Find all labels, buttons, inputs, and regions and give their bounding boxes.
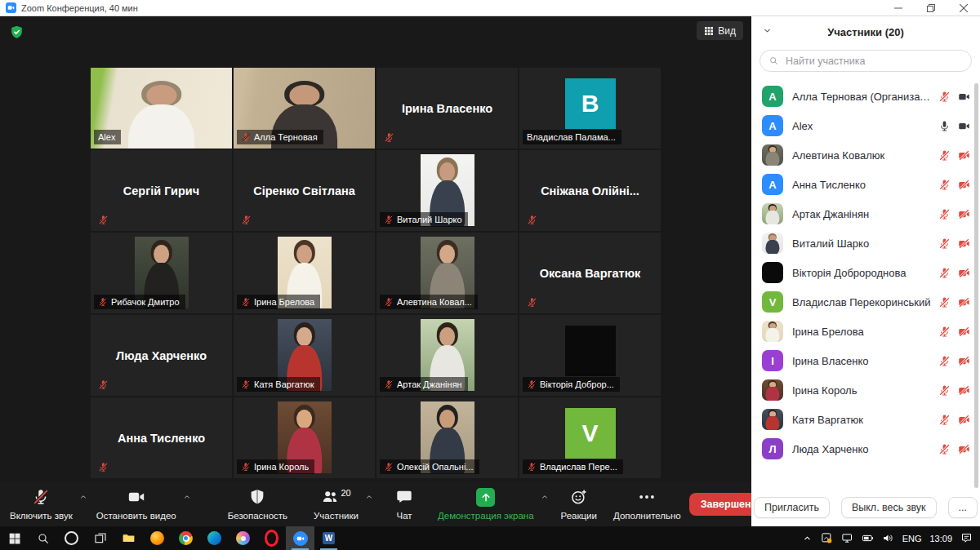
participant-row[interactable]: ЛЛюда Харченко <box>751 434 973 463</box>
taskbar-word-icon[interactable]: W <box>314 526 343 550</box>
action-center-icon[interactable] <box>960 532 973 544</box>
camera-on-icon[interactable] <box>958 91 970 103</box>
mic-muted-icon[interactable] <box>938 91 951 103</box>
language-indicator[interactable]: ENG <box>902 534 922 543</box>
toolbar-unmute-button[interactable]: Включить звук <box>2 481 81 526</box>
video-tile[interactable]: Анна Тисленко <box>91 397 232 478</box>
camera-off-icon[interactable] <box>958 414 970 426</box>
invite-button[interactable]: Пригласить <box>754 497 830 518</box>
taskbar-edge-icon[interactable] <box>200 526 229 550</box>
video-tile[interactable]: Алла Терновая <box>234 68 375 149</box>
taskbar-search-icon[interactable] <box>29 526 57 550</box>
video-tile[interactable]: Артак Джанінян <box>376 315 518 396</box>
mic-muted-icon[interactable] <box>938 443 951 455</box>
participant-row[interactable]: Вікторія Добророднова <box>751 258 973 287</box>
volume-icon[interactable] <box>882 532 894 544</box>
close-button[interactable] <box>947 0 980 16</box>
video-tile[interactable]: Сергій Гирич <box>91 150 232 231</box>
video-tile[interactable]: Оксана Варгатюк <box>519 233 661 313</box>
toolbar-security-button[interactable]: Безопасность <box>220 481 296 526</box>
search-participant-input[interactable] <box>784 55 963 68</box>
video-tile[interactable]: Ірина Король <box>234 397 375 478</box>
video-tile[interactable]: Вікторія Доброр... <box>519 315 661 396</box>
participant-row[interactable]: Артак Джанінян <box>751 199 973 228</box>
mic-muted-icon[interactable] <box>938 326 951 338</box>
hidden-icons-chevron-icon[interactable] <box>802 533 813 543</box>
camera-off-icon[interactable] <box>958 384 970 397</box>
toolbar-chat-button[interactable]: Чат <box>387 481 421 526</box>
video-tile[interactable]: Катя Варгатюк <box>234 315 375 396</box>
participant-row[interactable]: Ірина Король <box>751 375 973 405</box>
network-icon[interactable] <box>841 532 853 544</box>
taskbar-cortana-icon[interactable] <box>57 526 86 550</box>
participant-row[interactable]: AАнна Тисленко <box>751 170 973 199</box>
toolbar-stop-video-button[interactable]: Остановить видео <box>88 481 185 526</box>
taskbar-zoom-icon[interactable] <box>286 526 314 550</box>
view-button[interactable]: Вид <box>697 21 743 40</box>
video-tile[interactable]: Ірина Власенко <box>376 68 518 149</box>
video-tile[interactable]: ВВладислав Палама... <box>519 68 661 149</box>
tray-app-icon[interactable] <box>821 532 833 544</box>
video-tile[interactable]: Виталий Шарко <box>376 150 518 231</box>
video-tile[interactable]: Алевтина Ковал... <box>376 233 518 313</box>
camera-off-icon[interactable] <box>958 326 970 338</box>
video-tile[interactable]: Сіренко Світлана <box>234 150 375 231</box>
video-tile[interactable]: Рибачок Дмитро <box>91 233 232 313</box>
panel-more-button[interactable]: ... <box>948 497 978 518</box>
panel-collapse-chevron-down-icon[interactable] <box>762 25 773 36</box>
participant-row[interactable]: Виталий Шарко <box>751 228 973 258</box>
toolbar-share-screen-button[interactable]: Демонстрация экрана <box>430 481 542 526</box>
participant-row[interactable]: Ірина Брелова <box>751 317 973 346</box>
video-tile[interactable]: VВладислав Пере... <box>519 397 661 478</box>
meeting-security-shield-icon[interactable] <box>7 23 25 41</box>
minimize-button[interactable] <box>882 0 915 16</box>
camera-off-icon[interactable] <box>958 179 970 191</box>
camera-on-icon[interactable] <box>958 120 970 132</box>
participant-row[interactable]: Алевтина Ковалюк <box>751 140 973 170</box>
toolbar-share-screen-chevron-up-icon[interactable] <box>538 490 551 503</box>
participant-row[interactable]: AАлла Терновая (Организатор, я) <box>751 82 973 111</box>
participant-row[interactable]: IІрина Власенко <box>751 346 973 375</box>
mic-muted-icon[interactable] <box>938 237 951 250</box>
participant-row[interactable]: Катя Варгатюк <box>751 405 973 434</box>
video-tile[interactable]: Ірина Брелова <box>234 233 375 313</box>
taskbar-opera-icon[interactable] <box>257 526 286 550</box>
participant-row[interactable]: VВладислав Перекоринський <box>751 287 973 317</box>
taskbar-firefox-icon[interactable] <box>143 526 172 550</box>
camera-off-icon[interactable] <box>958 237 970 250</box>
camera-off-icon[interactable] <box>958 149 970 162</box>
camera-off-icon[interactable] <box>958 296 970 308</box>
mic-on-icon[interactable] <box>938 120 951 132</box>
mic-muted-icon[interactable] <box>938 414 951 426</box>
toolbar-participants-chevron-up-icon[interactable] <box>363 490 376 503</box>
mute-all-button[interactable]: Выкл. весь звук <box>841 497 937 518</box>
camera-off-icon[interactable] <box>958 267 970 279</box>
toolbar-more-button[interactable]: Дополнительно <box>605 481 689 526</box>
toolbar-reactions-button[interactable]: Реакции <box>553 481 605 526</box>
camera-off-icon[interactable] <box>958 208 970 220</box>
mic-muted-icon[interactable] <box>938 149 951 162</box>
participant-row[interactable]: AAlex <box>751 111 973 140</box>
toolbar-participants-button[interactable]: 20Участники <box>305 481 367 526</box>
mic-muted-icon[interactable] <box>938 267 951 279</box>
taskbar-chrome-icon[interactable] <box>172 526 200 550</box>
toolbar-unmute-chevron-up-icon[interactable] <box>77 490 90 503</box>
video-tile[interactable]: Люда Харченко <box>91 315 232 396</box>
camera-off-icon[interactable] <box>958 355 970 367</box>
participants-scrollbar[interactable] <box>974 83 978 488</box>
taskbar-file-explorer-icon[interactable] <box>114 526 143 550</box>
taskbar-paint-icon[interactable] <box>229 526 257 550</box>
mic-muted-icon[interactable] <box>938 296 951 308</box>
taskbar-start-icon[interactable] <box>0 526 29 550</box>
maximize-button[interactable] <box>915 0 947 16</box>
video-tile[interactable]: Сніжана Олійні... <box>519 150 661 231</box>
toolbar-stop-video-chevron-up-icon[interactable] <box>180 490 194 503</box>
camera-off-icon[interactable] <box>958 443 970 455</box>
mic-muted-icon[interactable] <box>938 384 951 397</box>
mic-muted-icon[interactable] <box>938 179 951 191</box>
video-tile[interactable]: Alex <box>91 68 232 149</box>
taskbar-task-view-icon[interactable] <box>86 526 114 550</box>
clock[interactable]: 13:09 <box>929 534 952 543</box>
video-tile[interactable]: Олексій Опальні... <box>376 397 518 478</box>
battery-icon[interactable] <box>862 532 874 544</box>
